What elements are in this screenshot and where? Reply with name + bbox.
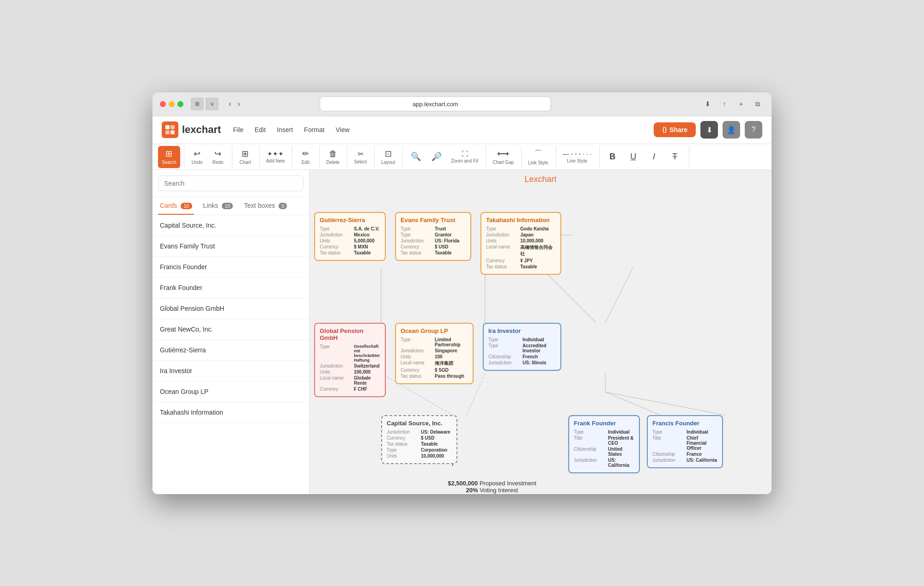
nav-file[interactable]: File — [232, 124, 244, 135]
delete-button[interactable]: 🗑 Delete — [322, 146, 343, 168]
main-content: Cards 10 Links 10 Text boxes 0 Capital S… — [152, 170, 772, 494]
search-input[interactable] — [158, 175, 304, 191]
forward-button[interactable]: › — [235, 98, 243, 110]
strikethrough-button[interactable]: T — [665, 146, 685, 168]
evans-node[interactable]: Evans Family Trust Type Trust Type Grant… — [395, 212, 471, 261]
fit-button[interactable]: ⛶ Zoom and Fit — [447, 146, 482, 168]
search-tool-button[interactable]: ⊞ Search — [158, 146, 180, 168]
fullscreen-button[interactable] — [177, 101, 183, 107]
list-item[interactable]: Global Pension GmbH — [152, 298, 309, 319]
layout-button[interactable]: ⊡ Layout — [377, 146, 399, 168]
line-style-button[interactable]: — - - - · · · Line Style — [559, 146, 596, 168]
minimize-button[interactable] — [169, 101, 175, 107]
annotation-box: $2,500,000 Proposed Investment 20% Votin… — [434, 480, 550, 494]
italic-button[interactable]: I — [644, 146, 664, 168]
line-style-icon: — - - - · · · — [563, 150, 592, 157]
back-button[interactable]: ‹ — [226, 98, 234, 110]
edit-button[interactable]: ✏ Edit — [295, 146, 316, 168]
cards-badge: 10 — [181, 203, 192, 209]
zoom-in-button[interactable]: 🔍 — [406, 146, 426, 168]
nav-insert[interactable]: Insert — [276, 124, 294, 135]
header-right: ⟨⟩ Share ⬇ 👤 ? — [654, 121, 762, 139]
tab-cards[interactable]: Cards 10 — [158, 197, 194, 215]
undo-button[interactable]: ↩ Undo — [187, 146, 207, 168]
delete-icon: 🗑 — [329, 149, 337, 159]
download-icon[interactable]: ⬇ — [701, 97, 714, 110]
chevron-down-icon[interactable]: ∨ — [206, 97, 219, 110]
list-item[interactable]: Frank Founder — [152, 278, 309, 298]
redo-button[interactable]: ↪ Redo — [208, 146, 228, 168]
chart-button[interactable]: ⊞ Chart — [235, 146, 255, 168]
chart-icon: ⊞ — [242, 149, 249, 159]
sidebar: Cards 10 Links 10 Text boxes 0 Capital S… — [152, 170, 310, 494]
capital-source-node[interactable]: Capital Source, Inc. Jurisdiction US: De… — [381, 415, 457, 464]
takahashi-node[interactable]: Takahashi Information Type Godo Kaisha J… — [480, 212, 561, 275]
ira-investor-node[interactable]: Ira Investor Type Individual Type Accred… — [483, 323, 561, 371]
bold-icon: B — [609, 152, 615, 162]
frank-founder-title: Frank Founder — [574, 420, 634, 427]
share-button[interactable]: ⟨⟩ Share — [654, 122, 696, 137]
logo: lexchart — [162, 121, 221, 138]
select-icon: ✂ — [358, 150, 364, 158]
canvas-area[interactable]: Lexchart — [310, 170, 772, 494]
textboxes-badge: 0 — [279, 203, 287, 209]
redo-icon: ↪ — [214, 149, 221, 159]
global-pension-node[interactable]: Global Pension GmbH Type Gesellschaft mi… — [314, 323, 386, 397]
svg-line-13 — [605, 392, 661, 415]
ira-investor-title: Ira Investor — [488, 327, 556, 334]
list-item[interactable]: Ira Investor — [152, 361, 309, 381]
gutierrez-node[interactable]: Gutiérrez-Sierra Type S.A. de C.V. Juris… — [314, 212, 386, 261]
add-icon: ✦✦✦ — [267, 150, 284, 157]
frank-founder-node[interactable]: Frank Founder Type Individual Title Pres… — [568, 415, 640, 473]
tabs-icon[interactable]: ⧉ — [751, 97, 764, 110]
svg-line-6 — [541, 267, 596, 323]
nav-edit[interactable]: Edit — [254, 124, 267, 135]
toolbar-zoom-group: 🔍 🔎 ⛶ Zoom and Fit — [406, 146, 486, 168]
layout-icon: ⊡ — [385, 149, 392, 159]
logo-icon — [162, 121, 178, 138]
list-item[interactable]: Evans Family Trust — [152, 236, 309, 257]
francis-founder-node[interactable]: Francis Founder Type Individual Title Ch… — [647, 415, 723, 468]
search-icon: ⊞ — [165, 149, 172, 159]
tab-button[interactable]: ⊞ — [191, 97, 204, 110]
toolbar-font-group: B U I T — [602, 146, 689, 168]
nav-format[interactable]: Format — [303, 124, 325, 135]
select-button[interactable]: ✂ Select — [350, 146, 371, 168]
download-button[interactable]: ⬇ — [700, 121, 718, 139]
list-item[interactable]: Capital Source, Inc. — [152, 215, 309, 236]
help-button[interactable]: ? — [745, 121, 762, 139]
toolbar-edit-group: ✏ Edit — [295, 146, 320, 168]
svg-rect-2 — [165, 130, 170, 134]
list-item[interactable]: Great NewCo, Inc. — [152, 319, 309, 340]
toolbar-chart-group: ⊞ Chart — [235, 146, 260, 168]
url-bar[interactable]: app.lexchart.com — [320, 97, 551, 111]
toolbar-history-group: ↩ Undo ↪ Redo — [187, 146, 232, 168]
link-style-icon: ⌒ — [534, 148, 542, 159]
evans-title: Evans Family Trust — [401, 217, 466, 224]
share-icon[interactable]: ↑ — [718, 97, 731, 110]
chart-gap-button[interactable]: ⟷ Chart Gap — [489, 146, 517, 168]
nav-view[interactable]: View — [334, 124, 350, 135]
tab-textboxes[interactable]: Text boxes 0 — [242, 197, 289, 215]
zoom-in-icon: 🔍 — [411, 151, 421, 162]
ocean-group-node[interactable]: Ocean Group LP Type Limited Partnership … — [395, 323, 474, 384]
user-button[interactable]: 👤 — [723, 121, 740, 139]
list-item[interactable]: Takahashi Information — [152, 402, 309, 423]
app-header: lexchart File Edit Insert Format View ⟨⟩… — [152, 116, 772, 144]
list-item[interactable]: Ocean Group LP — [152, 381, 309, 402]
add-tab-icon[interactable]: + — [735, 97, 748, 110]
global-pension-title: Global Pension GmbH — [320, 327, 380, 341]
link-style-button[interactable]: ⌒ Link Style — [524, 146, 552, 168]
underline-button[interactable]: U — [623, 146, 644, 168]
list-item[interactable]: Francis Founder — [152, 257, 309, 278]
bold-button[interactable]: B — [602, 146, 623, 168]
close-button[interactable] — [160, 101, 166, 107]
list-item[interactable]: Gutiérrez-Sierra — [152, 340, 309, 361]
toolbar-select-group: ✂ Select — [350, 146, 375, 168]
nav-buttons: ‹ › — [226, 98, 243, 110]
zoom-out-button[interactable]: 🔎 — [426, 146, 447, 168]
takahashi-title: Takahashi Information — [486, 217, 556, 224]
tab-links[interactable]: Links 10 — [201, 197, 235, 215]
add-new-button[interactable]: ✦✦✦ Add New — [262, 146, 289, 168]
chart-container: Gutiérrez-Sierra Type S.A. de C.V. Juris… — [310, 189, 772, 466]
